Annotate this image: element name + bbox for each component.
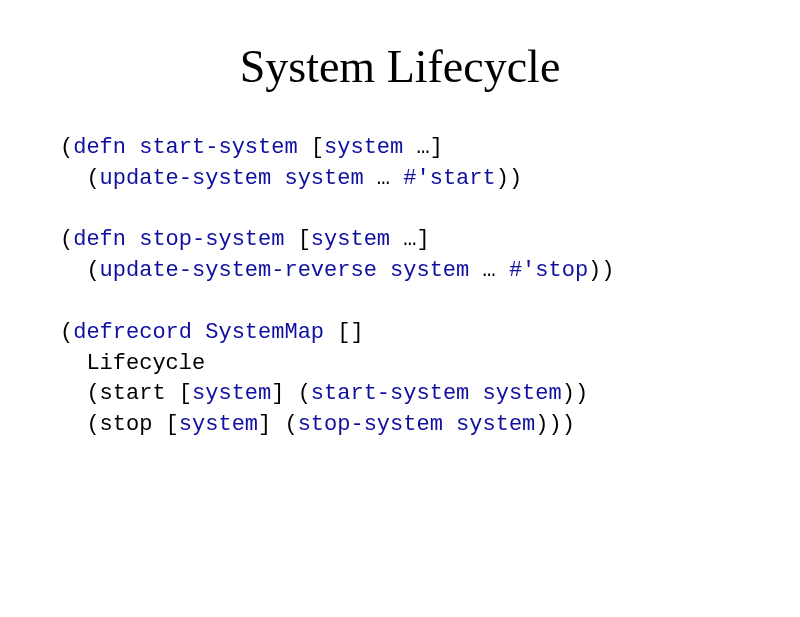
code-token: system <box>390 258 469 283</box>
code-token: ))) <box>535 412 575 437</box>
code-token: system <box>311 227 390 252</box>
code-line: (update-system system … #'start)) <box>60 164 740 195</box>
code-token: [ <box>166 381 192 406</box>
code-token <box>443 412 456 437</box>
code-token: ( <box>60 320 73 345</box>
code-token: defrecord <box>73 320 192 345</box>
code-token: … <box>364 166 404 191</box>
code-token <box>192 320 205 345</box>
code-line <box>60 195 740 226</box>
code-token: …] <box>403 135 443 160</box>
code-token: )) <box>496 166 522 191</box>
code-token: [] <box>324 320 364 345</box>
code-token: [ <box>152 412 178 437</box>
slide-title: System Lifecycle <box>60 40 740 93</box>
code-line: (start [system] (start-system system)) <box>60 379 740 410</box>
code-token <box>469 381 482 406</box>
code-token: …] <box>390 227 430 252</box>
code-token: #'start <box>403 166 495 191</box>
code-token <box>126 227 139 252</box>
code-token <box>60 197 73 222</box>
code-line: Lifecycle <box>60 349 740 380</box>
code-token: … <box>469 258 509 283</box>
code-token: system <box>284 166 363 191</box>
code-line: (stop [system] (stop-system system))) <box>60 410 740 441</box>
code-line: (update-system-reverse system … #'stop)) <box>60 256 740 287</box>
code-token: stop-system <box>298 412 443 437</box>
code-token <box>126 135 139 160</box>
code-token: system <box>456 412 535 437</box>
code-token: ( <box>60 258 100 283</box>
code-block: (defn start-system [system …] (update-sy… <box>60 133 740 441</box>
code-line: (defn start-system [system …] <box>60 133 740 164</box>
code-token: SystemMap <box>205 320 324 345</box>
code-token: ( <box>60 412 100 437</box>
code-token: start-system <box>311 381 469 406</box>
code-token: ( <box>60 381 100 406</box>
code-token: [ <box>298 135 324 160</box>
code-token: update-system <box>100 166 272 191</box>
code-token <box>377 258 390 283</box>
code-line: (defn stop-system [system …] <box>60 225 740 256</box>
code-token: system <box>483 381 562 406</box>
code-token: start <box>100 381 166 406</box>
code-token: ( <box>60 166 100 191</box>
code-token: )) <box>588 258 614 283</box>
code-line <box>60 287 740 318</box>
code-token: stop <box>100 412 153 437</box>
code-token: ( <box>60 135 73 160</box>
code-token: system <box>179 412 258 437</box>
code-token: Lifecycle <box>60 351 205 376</box>
code-token: stop-system <box>139 227 284 252</box>
code-token: defn <box>73 227 126 252</box>
code-token: defn <box>73 135 126 160</box>
code-token: update-system-reverse <box>100 258 377 283</box>
code-token: ] ( <box>271 381 311 406</box>
code-token: start-system <box>139 135 297 160</box>
code-token <box>60 289 73 314</box>
code-token <box>271 166 284 191</box>
code-line: (defrecord SystemMap [] <box>60 318 740 349</box>
code-token: [ <box>284 227 310 252</box>
code-token: system <box>324 135 403 160</box>
code-token: ] ( <box>258 412 298 437</box>
code-token: system <box>192 381 271 406</box>
code-token: ( <box>60 227 73 252</box>
code-token: #'stop <box>509 258 588 283</box>
code-token: )) <box>562 381 588 406</box>
